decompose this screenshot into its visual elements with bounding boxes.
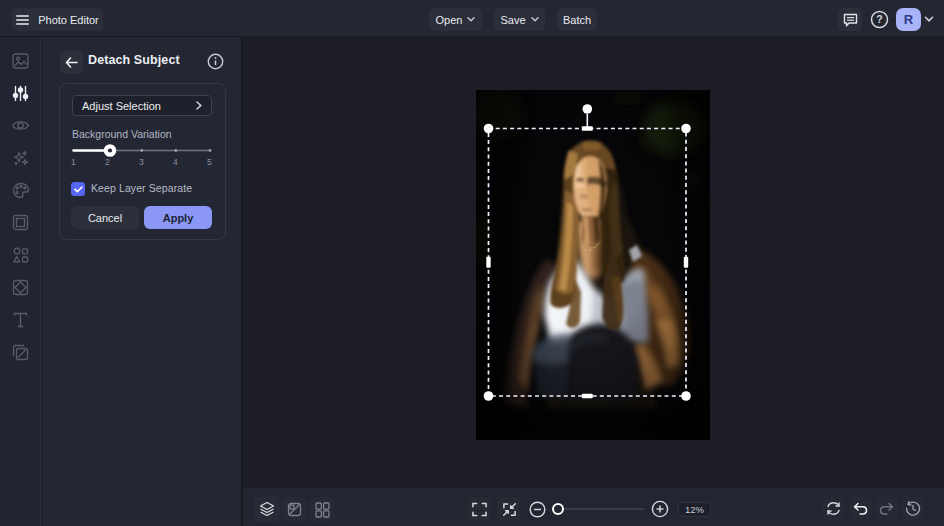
svg-text:?: ? xyxy=(876,13,882,25)
